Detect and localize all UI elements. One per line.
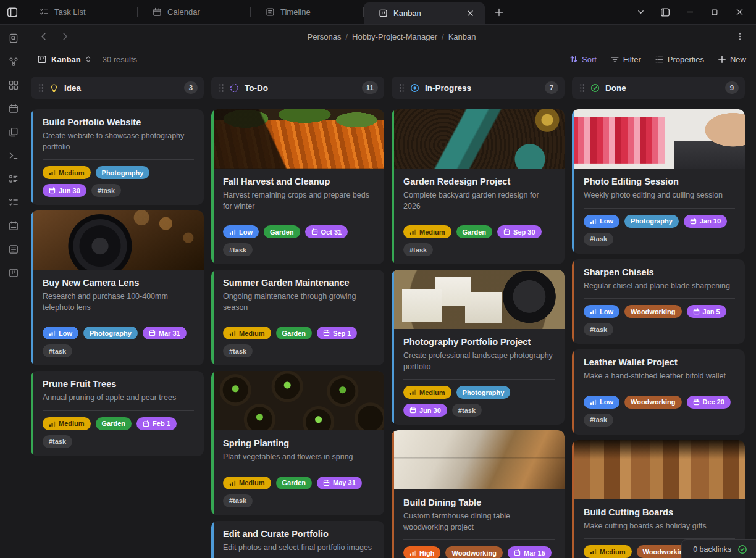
breadcrumb-separator: / bbox=[442, 32, 444, 41]
card-badges: MediumGardenMay 31#task bbox=[223, 477, 374, 507]
column-header[interactable]: Done9 bbox=[572, 77, 745, 99]
priority-badge: Low bbox=[43, 327, 78, 339]
breadcrumb-item[interactable]: Hobby-Project-Manager bbox=[352, 32, 437, 41]
back-arrow-icon[interactable] bbox=[37, 30, 51, 43]
kanban-board-icon[interactable] bbox=[5, 265, 22, 280]
sidebar-toggle-icon[interactable] bbox=[0, 6, 25, 19]
kanban-card[interactable]: Leather Wallet ProjectMake a hand-stitch… bbox=[572, 349, 745, 435]
drag-handle-icon[interactable] bbox=[579, 83, 585, 92]
terminal-icon[interactable] bbox=[5, 148, 22, 163]
calendar-icon[interactable] bbox=[5, 101, 22, 116]
task-list-icon bbox=[40, 7, 49, 17]
chevron-down-icon[interactable] bbox=[630, 4, 651, 21]
document-icon[interactable] bbox=[5, 242, 22, 257]
tab-label: Kanban bbox=[393, 9, 458, 18]
kanban-card[interactable]: Sharpen ChiselsRegular chisel and plane … bbox=[572, 259, 745, 344]
drag-handle-icon[interactable] bbox=[38, 83, 44, 92]
tag-badge: #task bbox=[584, 414, 613, 427]
kanban-card[interactable]: Spring PlantingPlant vegetables and flow… bbox=[211, 371, 384, 515]
badge-label: Woodworking bbox=[631, 398, 676, 406]
view-label: Kanban bbox=[51, 55, 81, 64]
maximize-icon[interactable] bbox=[704, 4, 725, 21]
kanban-card[interactable]: Edit and Curate PortfolioEdit photos and… bbox=[211, 521, 384, 558]
kanban-card[interactable]: Garden Redesign ProjectComplete backyard… bbox=[392, 109, 565, 264]
tab-calendar[interactable]: Calendar bbox=[138, 0, 250, 24]
kanban-column-done: Done9Photo Editing SessionWeekly photo e… bbox=[572, 77, 745, 558]
card-body: Summer Garden MaintenanceOngoing mainten… bbox=[211, 270, 384, 365]
progress-status-icon bbox=[410, 83, 419, 93]
done-status-icon bbox=[590, 83, 600, 93]
drag-handle-icon[interactable] bbox=[219, 83, 224, 92]
card-body: Sharpen ChiselsRegular chisel and plane … bbox=[572, 259, 745, 344]
navigation-row: Personas / Hobby-Project-Manager / Kanba… bbox=[27, 25, 756, 48]
properties-button[interactable]: Properties bbox=[655, 55, 704, 64]
kanban-card[interactable]: Summer Garden MaintenanceOngoing mainten… bbox=[211, 270, 384, 365]
breadcrumb-item[interactable]: Kanban bbox=[448, 32, 476, 41]
badge-label: Dec 20 bbox=[703, 398, 724, 406]
badge-label: Sep 1 bbox=[333, 330, 351, 337]
checklist-icon[interactable] bbox=[5, 195, 22, 210]
tag-badge: #task bbox=[43, 435, 72, 448]
kanban-card[interactable]: Fall Harvest and CleanupHarvest remainin… bbox=[211, 109, 384, 264]
board-list-icon[interactable] bbox=[5, 172, 22, 186]
layout-panel-icon[interactable] bbox=[655, 4, 676, 21]
tab-bar: Task List Calendar Timeline bbox=[0, 0, 756, 25]
grid-view-icon[interactable] bbox=[5, 78, 22, 93]
sort-label: Sort bbox=[582, 55, 597, 64]
tag-badge: #task bbox=[403, 243, 433, 256]
due-date-badge: Sep 30 bbox=[497, 225, 541, 238]
sort-button[interactable]: Sort bbox=[569, 55, 597, 64]
badge-label: Woodworking bbox=[452, 549, 497, 557]
more-options-icon[interactable] bbox=[733, 29, 747, 44]
kanban-card[interactable]: Build Portfolio WebsiteCreate website to… bbox=[31, 109, 204, 205]
tab-strip: Task List Calendar Timeline bbox=[25, 0, 510, 24]
new-button[interactable]: New bbox=[718, 55, 746, 64]
badge-label: Garden bbox=[102, 420, 126, 427]
kanban-card[interactable]: Photo Editing SessionWeekly photo editin… bbox=[572, 109, 745, 254]
new-tab-icon[interactable] bbox=[489, 0, 510, 24]
close-window-icon[interactable] bbox=[729, 4, 750, 21]
card-divider bbox=[403, 379, 555, 380]
agenda-calendar-icon[interactable] bbox=[5, 219, 22, 233]
badge-label: #task bbox=[49, 438, 66, 445]
tag-badge: #task bbox=[584, 233, 613, 246]
kanban-card[interactable]: Photography Portfolio ProjectCreate prof… bbox=[392, 270, 565, 425]
kanban-card[interactable]: Build Dining TableCustom farmhouse dinin… bbox=[392, 430, 565, 558]
tab-timeline[interactable]: Timeline bbox=[251, 0, 363, 24]
forward-arrow-icon[interactable] bbox=[58, 30, 72, 43]
card-body: Fall Harvest and CleanupHarvest remainin… bbox=[211, 169, 384, 264]
card-title: Photo Editing Session bbox=[584, 177, 735, 186]
card-description: Plant vegetables and flowers in spring bbox=[223, 452, 374, 463]
tab-task-list[interactable]: Task List bbox=[25, 0, 137, 24]
breadcrumb-item[interactable]: Personas bbox=[307, 32, 341, 41]
check-circle-icon bbox=[737, 544, 747, 554]
column-header[interactable]: In-Progress7 bbox=[392, 77, 565, 99]
tab-kanban[interactable]: Kanban bbox=[364, 2, 485, 24]
category-badge: Photography bbox=[456, 386, 511, 399]
timeline-icon bbox=[266, 7, 275, 17]
column-header[interactable]: Idea3 bbox=[31, 77, 204, 99]
filter-button[interactable]: Filter bbox=[610, 55, 641, 64]
view-selector[interactable]: Kanban bbox=[37, 54, 91, 64]
close-tab-icon[interactable] bbox=[464, 7, 476, 20]
column-header[interactable]: To-Do11 bbox=[211, 77, 384, 99]
kanban-card[interactable]: Prune Fruit TreesAnnual pruning of apple… bbox=[31, 371, 204, 456]
copy-pages-icon[interactable] bbox=[5, 125, 22, 140]
badge-label: Medium bbox=[59, 420, 85, 427]
priority-badge: Low bbox=[584, 305, 620, 318]
relations-graph-icon[interactable] bbox=[5, 54, 22, 69]
page-search-icon[interactable] bbox=[5, 31, 22, 46]
kanban-card[interactable]: Buy New Camera LensResearch and purchase… bbox=[31, 210, 204, 365]
minimize-icon[interactable] bbox=[679, 4, 700, 21]
priority-badge: Medium bbox=[223, 327, 271, 339]
badge-label: #task bbox=[98, 187, 115, 194]
badge-label: May 31 bbox=[333, 479, 356, 486]
filter-icon bbox=[610, 55, 620, 64]
backlinks-pill[interactable]: 0 backlinks bbox=[681, 539, 756, 558]
card-badges: LowPhotographyMar 31#task bbox=[43, 327, 194, 357]
drag-handle-icon[interactable] bbox=[399, 83, 405, 92]
card-description: Ongoing maintenance through growing seas… bbox=[223, 291, 374, 313]
column-count-badge: 3 bbox=[184, 81, 198, 94]
card-divider bbox=[403, 539, 555, 540]
filter-label: Filter bbox=[623, 55, 641, 64]
